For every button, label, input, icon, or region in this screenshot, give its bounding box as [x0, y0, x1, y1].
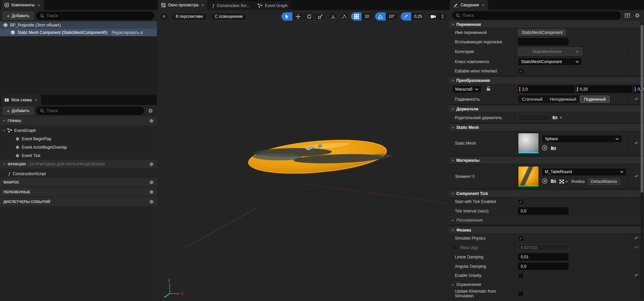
scale-y-field[interactable]: [576, 86, 632, 93]
material-dropdown[interactable]: M_TableRound: [542, 168, 627, 176]
reset-material-button[interactable]: ↶: [635, 174, 639, 179]
construction-script-item[interactable]: ƒ ConstructionScript: [0, 169, 157, 178]
select-tool-button[interactable]: [282, 12, 293, 20]
socket-browse-icon[interactable]: [552, 115, 558, 120]
mobility-stationary-option[interactable]: Неподвижный: [546, 96, 580, 103]
angle-snap-value[interactable]: 10°: [386, 12, 398, 20]
grid-snap-control[interactable]: 10: [351, 12, 372, 21]
close-icon[interactable]: ×: [202, 3, 204, 8]
viewport-3d[interactable]: ≡ В перспективе С освещением: [157, 10, 449, 301]
add-blueprint-item-button[interactable]: + Добавить: [3, 107, 34, 115]
components-search[interactable]: [36, 12, 154, 20]
blueprint-settings-gear-icon[interactable]: [147, 107, 154, 114]
reset-mass-button[interactable]: ↶: [635, 245, 639, 250]
section-materials[interactable]: ▾ Материалы: [449, 157, 644, 164]
close-icon[interactable]: ×: [38, 3, 40, 8]
scale-tool-button[interactable]: [315, 12, 326, 20]
world-local-gizmo-button[interactable]: [329, 12, 337, 21]
components-search-input[interactable]: [47, 13, 151, 18]
scale-x-field[interactable]: [518, 86, 574, 93]
tooltip-input[interactable]: [518, 38, 568, 45]
material-thumbnail[interactable]: [518, 166, 539, 187]
variables-section-header[interactable]: ПЕРЕМЕННЫЕ ⊕: [0, 188, 157, 196]
section-component-tick[interactable]: ▾ Component Tick: [449, 190, 644, 197]
simulate-physics-checkbox[interactable]: ✓: [518, 236, 524, 241]
tab-components[interactable]: Компоненты ×: [1, 0, 44, 10]
event-begin-play-item[interactable]: Event BeginPlay: [0, 135, 157, 143]
tab-my-blueprint[interactable]: Моя схема ×: [1, 95, 41, 105]
reset-mobility-button[interactable]: ↶: [635, 97, 639, 102]
use-selected-asset-icon[interactable]: [542, 145, 548, 152]
viewport-menu-button[interactable]: ≡: [160, 12, 168, 21]
scale-snap-value[interactable]: 0,25: [411, 12, 425, 20]
view-mode-dropdown[interactable]: С освещением: [210, 12, 247, 21]
details-scrollbar[interactable]: [641, 21, 643, 300]
tab-viewport[interactable]: Окно просмотра ×: [158, 0, 208, 10]
scale-snap-control[interactable]: 0,25: [400, 12, 425, 21]
dispatchers-section-header[interactable]: ДИСПЕТЧЕРЫ СОБЫТИЙ ⊕: [0, 197, 157, 206]
section-variable[interactable]: ▾ Переменная: [449, 21, 644, 28]
editable-when-inherited-checkbox[interactable]: ✓: [518, 68, 524, 74]
add-macro-icon[interactable]: ⊕: [149, 179, 154, 185]
add-variable-icon[interactable]: ⊕: [149, 189, 154, 195]
cell-value[interactable]: DefaultMateria: [588, 178, 620, 185]
details-settings-button[interactable]: [634, 12, 641, 19]
reset-gravity-button[interactable]: ↶: [635, 273, 639, 278]
edit-in-cpp-link[interactable]: Редактировать в: [112, 30, 143, 35]
angular-damping-input[interactable]: [518, 263, 568, 270]
perspective-dropdown[interactable]: В перспективе: [171, 12, 208, 21]
tree-item-root[interactable]: BP_Projectile (Этот объект): [0, 21, 157, 29]
browse-to-asset-icon[interactable]: [551, 146, 556, 151]
component-class-dropdown[interactable]: StaticMeshComponent: [518, 58, 582, 65]
row-constraints-expander[interactable]: ▸ Ограничения: [449, 280, 644, 289]
add-dispatcher-icon[interactable]: ⊕: [149, 199, 154, 205]
mass-override-checkbox[interactable]: [452, 245, 458, 250]
grid-snap-value[interactable]: 10: [361, 12, 372, 20]
lock-open-icon[interactable]: [486, 86, 490, 92]
tab-construction-script[interactable]: ƒ Construction Scr...: [208, 1, 253, 10]
details-display-options-button[interactable]: [624, 12, 631, 19]
event-tick-item[interactable]: Event Tick: [0, 151, 157, 160]
camera-speed-control[interactable]: 1: [428, 12, 447, 21]
my-blueprint-search[interactable]: [36, 107, 144, 115]
details-scrollbar-thumb[interactable]: [641, 25, 643, 193]
move-tool-button[interactable]: [293, 12, 304, 20]
mobility-static-option[interactable]: Статичный: [518, 96, 546, 103]
material-checker-icon[interactable]: [559, 180, 568, 184]
enable-gravity-checkbox[interactable]: [518, 273, 524, 279]
surface-snapping-button[interactable]: [340, 12, 348, 21]
scale-y-input[interactable]: [580, 87, 632, 92]
section-static-mesh[interactable]: ▾ Static Mesh: [449, 124, 644, 131]
section-sockets[interactable]: ▾ Держатели: [449, 105, 644, 113]
add-graph-icon[interactable]: ⊕: [149, 118, 154, 124]
camera-speed-icon[interactable]: [428, 12, 438, 20]
event-graph-item[interactable]: ▾ EventGraph: [0, 126, 157, 135]
socket-clear-icon[interactable]: ×: [560, 115, 562, 120]
details-search[interactable]: [452, 11, 621, 19]
angle-snap-icon[interactable]: [375, 12, 386, 20]
graphs-section-header[interactable]: ▾ ГРАФЫ ⊕: [0, 116, 157, 125]
tab-details[interactable]: Сведения ×: [450, 0, 488, 10]
scale-mode-dropdown[interactable]: Масштаб: [452, 86, 481, 93]
row-advanced-expander[interactable]: ▸ Расширенные: [449, 216, 644, 224]
camera-speed-value[interactable]: 1: [438, 12, 447, 20]
tree-item-static-mesh[interactable]: Static Mesh Component (StaticMeshCompone…: [0, 29, 157, 36]
tick-interval-input[interactable]: [518, 207, 568, 214]
browse-to-asset-icon[interactable]: [551, 179, 556, 184]
update-kinematic-checkbox[interactable]: [518, 291, 524, 297]
mass-input[interactable]: [518, 244, 568, 251]
section-transform[interactable]: ▾ Преобразования: [449, 77, 644, 84]
add-function-icon[interactable]: ⊕: [149, 161, 154, 167]
start-tick-enabled-checkbox[interactable]: ✓: [518, 199, 524, 205]
rotate-tool-button[interactable]: [304, 12, 315, 20]
scale-snap-icon[interactable]: [401, 12, 411, 20]
variable-name-value[interactable]: StaticMeshComponent: [518, 29, 566, 36]
grid-snap-icon[interactable]: [351, 12, 361, 20]
angle-snap-control[interactable]: 10°: [375, 12, 398, 21]
use-selected-asset-icon[interactable]: [542, 178, 548, 185]
static-mesh-thumbnail[interactable]: [518, 133, 539, 154]
section-physics[interactable]: ▾ Физика: [449, 227, 644, 234]
details-search-input[interactable]: [463, 13, 617, 18]
tab-event-graph[interactable]: Event Graph: [254, 1, 291, 10]
parent-socket-input[interactable]: [518, 114, 550, 121]
